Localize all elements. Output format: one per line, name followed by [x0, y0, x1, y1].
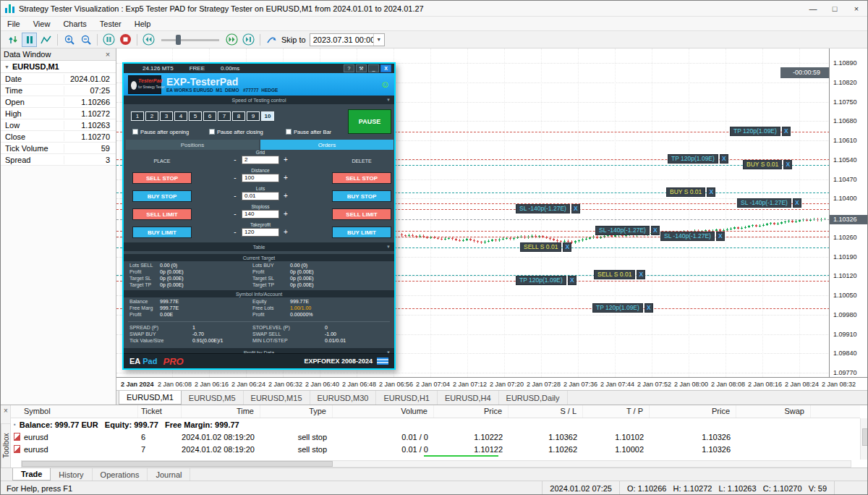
- smiley-icon[interactable]: ☺: [380, 80, 390, 89]
- menu-help[interactable]: Help: [128, 17, 158, 30]
- buy-label[interactable]: BUY S 0.01X: [743, 160, 792, 169]
- speed-button-5[interactable]: 5: [189, 111, 202, 121]
- tab-orders[interactable]: Orders: [260, 140, 393, 150]
- delete-sell-stop-button[interactable]: SELL STOP: [332, 172, 391, 184]
- minimize-button[interactable]: —: [802, 1, 824, 16]
- column-header-volume[interactable]: Volume: [333, 405, 434, 418]
- toolbox-tab-journal[interactable]: Journal: [148, 468, 190, 481]
- zoom-in-icon[interactable]: [61, 33, 77, 47]
- tp-label[interactable]: TP 120p(1.09E)X: [730, 127, 791, 136]
- column-header-price[interactable]: Price: [434, 405, 509, 418]
- column-header-sl[interactable]: S / L: [509, 405, 583, 418]
- speed-button-8[interactable]: 8: [232, 111, 245, 121]
- collapse-arrow-icon[interactable]: ▼: [386, 245, 391, 249]
- speed-button-6[interactable]: 6: [203, 111, 216, 121]
- expert-panel-titlebar[interactable]: 24.126 MT5 FREE 0.00ms ? ⚒ _ X: [124, 64, 394, 73]
- sl-label[interactable]: SL -140p(-1.27E)X: [516, 204, 580, 213]
- stop-icon[interactable]: [118, 33, 133, 47]
- menu-charts[interactable]: Charts: [56, 17, 93, 30]
- plus-button[interactable]: +: [283, 192, 289, 200]
- maximize-button[interactable]: □: [824, 1, 846, 16]
- column-header-symbol[interactable]: Symbol: [11, 405, 138, 418]
- close-line-icon[interactable]: X: [571, 204, 580, 213]
- place-buy-stop-button[interactable]: BUY STOP: [132, 190, 192, 202]
- trade-levels-icon[interactable]: [5, 33, 20, 47]
- stepper-value-input[interactable]: 2: [242, 156, 279, 164]
- scrollbar-thumb[interactable]: [22, 461, 333, 467]
- toolbox-tab-trade[interactable]: Trade: [12, 468, 51, 481]
- delete-buy-limit-button[interactable]: BUY LIMIT: [332, 227, 391, 238]
- ea-minimize-button[interactable]: _: [368, 64, 379, 72]
- scrollbar-thumb[interactable]: [862, 428, 868, 446]
- menu-tester[interactable]: Tester: [93, 17, 128, 30]
- chart-tab-eurusd-m30[interactable]: EURUSD,M30: [310, 391, 377, 405]
- ea-help-button[interactable]: ?: [344, 64, 354, 72]
- speed-button-10[interactable]: 10: [261, 111, 274, 121]
- toolbox-tab-operations[interactable]: Operations: [93, 468, 148, 481]
- fast-forward-icon[interactable]: [224, 33, 239, 47]
- plus-button[interactable]: +: [283, 210, 289, 219]
- tp-label[interactable]: TP 120p(1.09E)X: [592, 303, 653, 313]
- collapse-arrow-icon[interactable]: ▼: [386, 98, 391, 102]
- stepper-value-input[interactable]: 100: [242, 174, 279, 182]
- close-line-icon[interactable]: X: [707, 187, 715, 197]
- chart-tab-eurusd-h1[interactable]: EURUSD,H1: [376, 391, 438, 405]
- close-line-icon[interactable]: X: [568, 276, 576, 285]
- chart-tab-eurusd-m15[interactable]: EURUSD,M15: [244, 391, 310, 405]
- delete-buy-stop-button[interactable]: BUY STOP: [332, 190, 391, 202]
- sl-label[interactable]: SL -140p(-1.27E)X: [660, 232, 725, 241]
- ea-tools-button[interactable]: ⚒: [356, 64, 367, 72]
- pause-button[interactable]: PAUSE: [348, 109, 391, 134]
- menu-file[interactable]: File: [1, 17, 27, 30]
- speed-button-9[interactable]: 9: [247, 111, 260, 121]
- close-line-icon[interactable]: X: [720, 154, 728, 164]
- chart-tab-eurusd-h4[interactable]: EURUSD,H4: [438, 391, 499, 405]
- chart-tab-eurusd-m5[interactable]: EURUSD,M5: [182, 391, 244, 405]
- checkbox-pause-after-bar[interactable]: Pause after Bar: [286, 128, 331, 135]
- sell-label[interactable]: SELL S 0.01X: [520, 242, 571, 252]
- tick-chart-icon[interactable]: [38, 33, 54, 47]
- plus-button[interactable]: +: [283, 156, 289, 164]
- speed-slider-thumb[interactable]: [176, 35, 181, 45]
- price-axis[interactable]: 1.108901.108201.107501.106801.106101.105…: [830, 48, 868, 377]
- ea-close-button[interactable]: X: [380, 64, 391, 72]
- tp-label[interactable]: TP 120p(1.09E)X: [516, 276, 576, 285]
- speed-button-7[interactable]: 7: [218, 111, 231, 121]
- minus-button[interactable]: -: [232, 192, 238, 200]
- section-table[interactable]: Table ▼: [124, 242, 394, 251]
- skip-to-datetime-input[interactable]: 2023.07.31 00:00 ▼: [310, 33, 385, 46]
- close-line-icon[interactable]: X: [651, 226, 660, 235]
- tab-positions[interactable]: Positions: [126, 140, 259, 150]
- data-window-close-icon[interactable]: ×: [103, 50, 113, 59]
- skip-to-end-icon[interactable]: [241, 33, 256, 47]
- speed-button-3[interactable]: 3: [160, 111, 173, 121]
- vertical-scrollbar[interactable]: [860, 418, 868, 460]
- menu-view[interactable]: View: [27, 17, 57, 30]
- minus-button[interactable]: -: [232, 174, 238, 182]
- checkbox-pause-after-opening[interactable]: Pause after opening: [132, 128, 189, 135]
- plus-button[interactable]: +: [283, 228, 289, 237]
- order-row[interactable]: eurusd72024.01.02 08:19:20sell stop0.01 …: [11, 443, 860, 455]
- stepper-value-input[interactable]: 120: [242, 228, 279, 237]
- column-header-type[interactable]: Type: [260, 405, 333, 418]
- sl-label[interactable]: SL -140p(-1.27E)X: [737, 198, 801, 208]
- delete-sell-limit-button[interactable]: SELL LIMIT: [332, 208, 391, 220]
- data-window-symbol[interactable]: ▼ EURUSD,M1: [1, 61, 116, 73]
- close-button[interactable]: ×: [846, 1, 867, 16]
- time-axis[interactable]: 2 Jan 20242 Jan 06:082 Jan 06:162 Jan 06…: [116, 377, 868, 390]
- column-header-tp[interactable]: T / P: [583, 405, 650, 418]
- stepper-value-input[interactable]: 0.01: [242, 192, 279, 200]
- place-sell-limit-button[interactable]: SELL LIMIT: [132, 208, 192, 220]
- close-line-icon[interactable]: X: [563, 242, 571, 252]
- chart-tab-eurusd-daily[interactable]: EURUSD,Daily: [499, 391, 568, 405]
- sl-label[interactable]: SL -140p(-1.27E)X: [595, 226, 660, 235]
- buy-label[interactable]: BUY S 0.01X: [666, 187, 715, 197]
- horizontal-scrollbar[interactable]: [21, 460, 851, 468]
- close-line-icon[interactable]: X: [793, 198, 801, 208]
- column-header-ticket[interactable]: Ticket: [138, 405, 182, 418]
- speed-button-1[interactable]: 1: [131, 111, 144, 121]
- order-row[interactable]: eurusd62024.01.02 08:19:20sell stop0.01 …: [11, 431, 860, 443]
- place-buy-limit-button[interactable]: BUY LIMIT: [132, 227, 192, 238]
- close-line-icon[interactable]: X: [644, 303, 653, 313]
- skip-to-icon[interactable]: [264, 33, 279, 47]
